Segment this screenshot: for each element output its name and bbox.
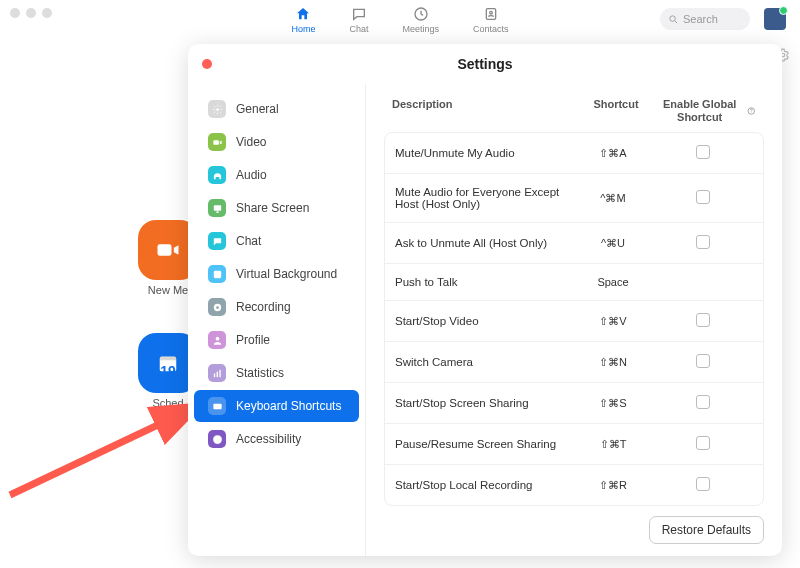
shortcut-description: Start/Stop Video	[395, 315, 573, 327]
shortcut-keys[interactable]: ⇧⌘V	[573, 315, 653, 328]
sidebar-icon	[208, 397, 226, 415]
sidebar-item-statistics[interactable]: Statistics	[194, 357, 359, 389]
global-checkbox[interactable]	[696, 190, 710, 204]
nav-label: Meetings	[402, 24, 439, 34]
svg-rect-21	[215, 404, 216, 405]
close-icon[interactable]	[202, 59, 212, 69]
global-checkbox[interactable]	[696, 145, 710, 159]
restore-defaults-button[interactable]: Restore Defaults	[649, 516, 764, 544]
table-row[interactable]: Ask to Unmute All (Host Only) ^⌘U	[385, 223, 763, 264]
shortcut-description: Ask to Unmute All (Host Only)	[395, 237, 573, 249]
shortcut-keys[interactable]: ⇧⌘A	[573, 147, 653, 160]
settings-modal: Settings GeneralVideoAudioShare ScreenCh…	[188, 44, 782, 556]
sidebar-item-chat[interactable]: Chat	[194, 225, 359, 257]
sidebar-icon	[208, 298, 226, 316]
nav-home[interactable]: Home	[291, 6, 315, 34]
sidebar-item-label: Accessibility	[236, 432, 301, 446]
search-input[interactable]: Search	[660, 8, 750, 30]
shortcut-keys[interactable]: ⇧⌘T	[573, 438, 653, 451]
sidebar-item-label: General	[236, 102, 279, 116]
col-description: Description	[392, 98, 576, 124]
sidebar-item-label: Statistics	[236, 366, 284, 380]
nav-contacts[interactable]: Contacts	[473, 6, 509, 34]
search-placeholder: Search	[683, 13, 718, 25]
shortcut-description: Switch Camera	[395, 356, 573, 368]
sidebar-item-label: Recording	[236, 300, 291, 314]
global-checkbox[interactable]	[696, 395, 710, 409]
table-row[interactable]: Mute/Unmute My Audio ⇧⌘A	[385, 133, 763, 174]
sidebar-item-virtual-background[interactable]: Virtual Background	[194, 258, 359, 290]
shortcut-keys[interactable]: Space	[573, 276, 653, 288]
shortcuts-table[interactable]: Mute/Unmute My Audio ⇧⌘A Mute Audio for …	[384, 132, 764, 506]
shortcut-global-cell	[653, 145, 753, 161]
svg-rect-22	[217, 404, 218, 405]
shortcut-description: Start/Stop Screen Sharing	[395, 397, 573, 409]
table-header: Description Shortcut Enable Global Short…	[384, 94, 764, 132]
svg-rect-17	[216, 371, 217, 377]
shortcut-keys[interactable]: ⇧⌘S	[573, 397, 653, 410]
shortcut-keys[interactable]: ^⌘M	[573, 192, 653, 205]
settings-sidebar: GeneralVideoAudioShare ScreenChatVirtual…	[188, 84, 366, 556]
modal-header: Settings	[188, 44, 782, 84]
sidebar-icon	[208, 100, 226, 118]
table-row[interactable]: Start/Stop Screen Sharing ⇧⌘S	[385, 383, 763, 424]
shortcut-keys[interactable]: ⇧⌘N	[573, 356, 653, 369]
svg-rect-23	[218, 404, 219, 405]
nav-chat[interactable]: Chat	[349, 6, 368, 34]
svg-point-15	[215, 336, 219, 340]
nav-label: Home	[291, 24, 315, 34]
shortcut-keys[interactable]: ⇧⌘R	[573, 479, 653, 492]
sidebar-item-label: Profile	[236, 333, 270, 347]
table-row[interactable]: Switch Camera ⇧⌘N	[385, 342, 763, 383]
sidebar-item-profile[interactable]: Profile	[194, 324, 359, 356]
global-checkbox[interactable]	[696, 235, 710, 249]
sidebar-icon	[208, 199, 226, 217]
sidebar-item-audio[interactable]: Audio	[194, 159, 359, 191]
global-checkbox[interactable]	[696, 313, 710, 327]
avatar[interactable]	[764, 8, 786, 30]
shortcut-description: Mute Audio for Everyone Except Host (Hos…	[395, 186, 573, 210]
global-checkbox[interactable]	[696, 436, 710, 450]
modal-title: Settings	[457, 56, 512, 72]
sidebar-item-keyboard-shortcuts[interactable]: Keyboard Shortcuts	[194, 390, 359, 422]
shortcut-description: Push to Talk	[395, 276, 573, 288]
nav-label: Contacts	[473, 24, 509, 34]
table-row[interactable]: Mute Audio for Everyone Except Host (Hos…	[385, 174, 763, 223]
sidebar-item-general[interactable]: General	[194, 93, 359, 125]
col-global: Enable Global Shortcut	[656, 98, 756, 124]
sidebar-item-label: Share Screen	[236, 201, 309, 215]
sidebar-icon	[208, 166, 226, 184]
sidebar-item-recording[interactable]: Recording	[194, 291, 359, 323]
svg-point-9	[216, 108, 219, 111]
svg-rect-12	[213, 270, 220, 277]
shortcut-description: Pause/Resume Screen Sharing	[395, 438, 573, 450]
svg-rect-19	[213, 403, 221, 409]
help-icon[interactable]	[747, 105, 756, 117]
table-row[interactable]: Pause/Resume Screen Sharing ⇧⌘T	[385, 424, 763, 465]
content-footer: Restore Defaults	[384, 506, 764, 544]
svg-point-3	[670, 15, 676, 21]
shortcut-global-cell	[653, 235, 753, 251]
shortcut-global-cell	[653, 395, 753, 411]
table-row[interactable]: Start/Stop Local Recording ⇧⌘R	[385, 465, 763, 505]
svg-rect-24	[215, 406, 220, 407]
global-checkbox[interactable]	[696, 477, 710, 491]
sidebar-item-accessibility[interactable]: Accessibility	[194, 423, 359, 455]
table-row[interactable]: Push to Talk Space	[385, 264, 763, 301]
shortcut-description: Start/Stop Local Recording	[395, 479, 573, 491]
sidebar-icon	[208, 331, 226, 349]
shortcut-keys[interactable]: ^⌘U	[573, 237, 653, 250]
nav-meetings[interactable]: Meetings	[402, 6, 439, 34]
table-row[interactable]: Start/Stop Video ⇧⌘V	[385, 301, 763, 342]
svg-point-25	[213, 435, 221, 443]
global-checkbox[interactable]	[696, 354, 710, 368]
chat-icon	[351, 6, 367, 22]
sidebar-item-video[interactable]: Video	[194, 126, 359, 158]
svg-rect-5	[158, 244, 172, 256]
shortcut-global-cell	[653, 354, 753, 370]
shortcut-description: Mute/Unmute My Audio	[395, 147, 573, 159]
home-icon	[295, 6, 311, 22]
sidebar-item-share-screen[interactable]: Share Screen	[194, 192, 359, 224]
shortcut-global-cell	[653, 313, 753, 329]
svg-rect-16	[213, 373, 214, 377]
